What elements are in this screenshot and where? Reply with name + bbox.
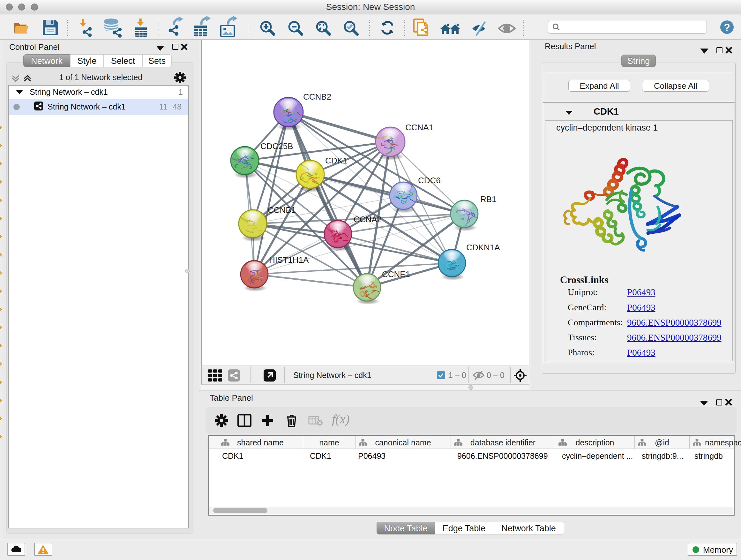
svg-text:HIST1H1A: HIST1H1A [269,255,309,265]
svg-text:CDK1: CDK1 [325,156,347,165]
svg-text:CCNA1: CCNA1 [405,123,433,132]
svg-text:CDKN1A: CDKN1A [466,243,500,252]
svg-text:CCNB2: CCNB2 [303,92,331,102]
svg-text:CCNB1: CCNB1 [268,205,296,215]
svg-text:CCNA2: CCNA2 [354,214,382,224]
svg-text:CDC25B: CDC25B [260,141,293,151]
svg-text:CDC6: CDC6 [418,176,441,185]
svg-text:RB1: RB1 [480,194,496,204]
svg-text:CCNE1: CCNE1 [382,269,410,279]
